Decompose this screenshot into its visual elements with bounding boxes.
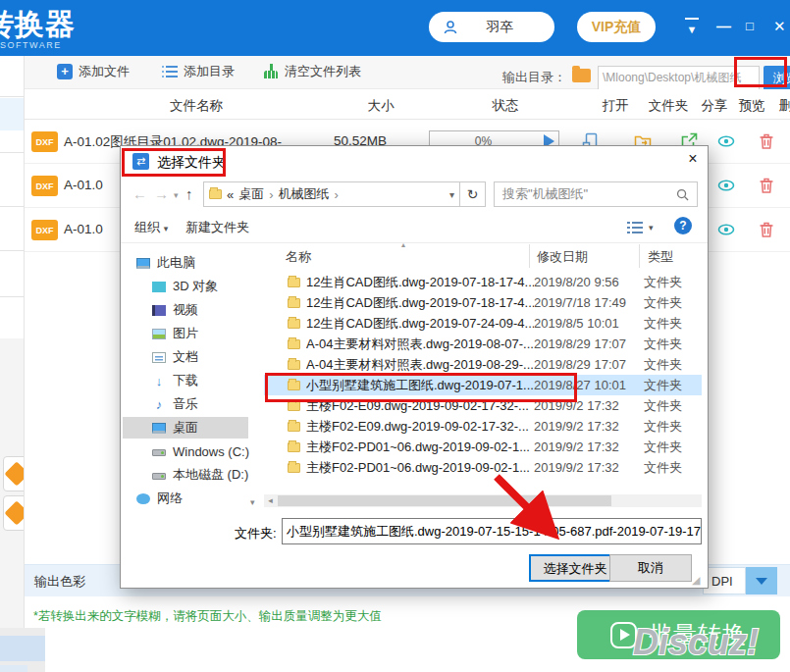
dialog-file-row[interactable]: 12生肖CAD图纸.dwg-2019-07-24-09-4... 2019/8/… <box>264 313 702 334</box>
breadcrumb[interactable]: « 桌面 › 机械图纸 › ▾ <box>203 181 460 207</box>
row-type: 文件夹 <box>644 356 682 374</box>
sidebar-item-pictures[interactable]: 图片 <box>123 323 248 344</box>
breadcrumb-item-folder[interactable]: 机械图纸 <box>279 185 330 203</box>
refresh-icon[interactable]: ↻ <box>460 181 486 207</box>
new-folder-menu[interactable]: 新建文件夹 <box>185 219 249 236</box>
cancel-button[interactable]: 取消 <box>609 554 692 582</box>
video-icon <box>152 305 166 316</box>
list-col-type[interactable]: 类型 <box>648 248 673 266</box>
row-name: 12生肖CAD图纸.dwg-2019-07-24-09-4... <box>306 315 534 333</box>
preview-eye-icon[interactable] <box>717 221 735 238</box>
row-type: 文件夹 <box>644 418 682 436</box>
toolbar: + 添加文件 添加目录 清空文件列表 输出目录： \Mloong\Desktop… <box>25 56 790 89</box>
dialog-file-row[interactable]: 主楼F02-PD01~06.dwg-2019-09-02-1... 2019/9… <box>264 437 702 457</box>
document-icon <box>152 352 166 363</box>
sidebar-item-drive-d[interactable]: 本地磁盘 (D:) <box>123 464 248 486</box>
resize-grip[interactable]: ◢ <box>692 574 700 587</box>
sidebar-item-videos[interactable]: 视频 <box>123 299 248 321</box>
back-icon[interactable]: ← <box>132 185 147 202</box>
search-text: 搜索"机械图纸" <box>502 185 588 203</box>
maximize-icon[interactable]: □ <box>746 18 754 35</box>
add-folder-label: 添加目录 <box>184 63 235 80</box>
app-title: 转换器 <box>0 5 76 45</box>
file-table-header: 文件名称 大小 状态 打开 文件夹 分享 预览 删除 <box>25 89 790 120</box>
col-open: 打开 <box>603 97 629 115</box>
list-col-name[interactable]: 名称 <box>286 248 311 266</box>
app-subtitle: N SOFTWARE <box>0 40 62 50</box>
dpi-select[interactable]: DPI <box>703 567 746 594</box>
network-icon <box>136 493 150 504</box>
up-icon[interactable]: ↑ <box>185 185 193 202</box>
delete-trash-icon[interactable] <box>758 221 775 238</box>
sidebar-item-documents[interactable]: 文档 <box>123 346 248 368</box>
row-name: 主楼F02-PD01~06.dwg-2019-09-02-1... <box>306 439 534 456</box>
vip-recharge-button[interactable]: VIP充值 <box>577 12 656 42</box>
search-icon <box>676 188 689 201</box>
folder-icon <box>288 360 300 370</box>
row-type: 文件夹 <box>644 274 682 291</box>
sidebar-item-drive-c[interactable]: Windows (C:) <box>123 440 248 462</box>
folder-icon <box>288 422 300 432</box>
dialog-file-row[interactable]: A-04主要材料对照表.dwg-2019-08-29-... 2019/8/29… <box>264 354 702 375</box>
add-file-icon: + <box>57 64 73 79</box>
close-icon[interactable]: ✕ <box>773 18 786 35</box>
annotation-arrow <box>479 469 587 567</box>
search-input[interactable]: 搜索"机械图纸" <box>494 181 698 207</box>
organize-menu[interactable]: 组织 ▾ <box>134 219 168 236</box>
minimize-icon[interactable]: — <box>716 18 731 35</box>
sidebar-item-downloads[interactable]: ↓下载 <box>123 370 248 391</box>
chevron-down-icon <box>756 578 767 585</box>
sort-ascending-icon: ▴ <box>401 240 405 249</box>
skin-menu-icon[interactable]: ▼ <box>685 18 699 38</box>
sidebar-item-this-pc[interactable]: 此电脑 <box>123 252 248 274</box>
delete-trash-icon[interactable] <box>758 132 775 150</box>
cube-icon <box>152 282 166 292</box>
dialog-file-row[interactable]: 12生肖CAD图纸.dwg-2019-07-18-17-4... 2019/7/… <box>264 292 702 313</box>
sidebar-item-desktop[interactable]: 桌面 <box>123 417 248 439</box>
sidebar-item-3d-objects[interactable]: 3D 对象 <box>123 276 248 297</box>
breadcrumb-separator: › <box>335 187 339 202</box>
delete-trash-icon[interactable] <box>758 177 775 194</box>
user-account-button[interactable]: 羽卒 <box>429 12 554 42</box>
dialog-file-row[interactable]: A-04主要材料对照表.dwg-2019-08-07-... 2019/8/29… <box>264 334 702 354</box>
breadcrumb-collapsed[interactable]: « <box>227 187 234 202</box>
output-folder-icon <box>572 69 591 82</box>
dialog-file-row[interactable]: 12生肖CAD图纸.dwg-2019-07-18-17-4... 2019/8/… <box>264 272 702 292</box>
scroll-left-icon[interactable]: ◂ <box>264 494 277 507</box>
history-chevron-icon[interactable]: ▾ <box>174 190 179 200</box>
desktop-icon <box>152 423 166 434</box>
preview-eye-icon[interactable] <box>717 132 735 150</box>
folder-icon <box>288 339 300 349</box>
sidebar-item-network[interactable]: 网络 <box>123 488 248 509</box>
drive-icon <box>152 449 166 456</box>
app-window: 转换器 N SOFTWARE 羽卒 VIP充值 ▼ — □ ✕ + 添加文件 添… <box>0 0 790 672</box>
chevron-down-icon[interactable]: ▾ <box>449 189 454 200</box>
corner-watermark-blocks <box>0 628 45 672</box>
username: 羽卒 <box>459 19 554 36</box>
dialog-file-row[interactable]: 主楼F02-E09.dwg-2019-09-02-17-32-... 2019/… <box>264 416 702 437</box>
file-name: A-01.0 <box>64 178 103 192</box>
col-delete: 删除 <box>779 97 790 115</box>
preview-eye-icon[interactable] <box>717 177 735 194</box>
forward-icon[interactable]: → <box>154 185 169 202</box>
add-folder-button[interactable]: 添加目录 <box>162 63 235 80</box>
dialog-close-icon[interactable]: × <box>682 150 704 172</box>
background-file-icon <box>3 495 25 531</box>
help-icon[interactable]: ? <box>674 217 692 234</box>
list-col-date[interactable]: 修改日期 <box>537 248 588 266</box>
dpi-dropdown-button[interactable] <box>746 567 777 594</box>
download-arrow-icon: ↓ <box>152 376 166 387</box>
sidebar-item-music[interactable]: ♪音乐 <box>123 393 248 415</box>
view-options-icon[interactable] <box>627 221 643 234</box>
row-type: 文件夹 <box>644 315 682 333</box>
clear-list-button[interactable]: 清空文件列表 <box>263 63 361 80</box>
row-name: 12生肖CAD图纸.dwg-2019-07-18-17-4... <box>306 274 534 291</box>
row-date: 2019/8/5 10:01 <box>534 316 644 331</box>
annotation-box-browse <box>734 57 787 87</box>
file-name: A-01.0 <box>64 222 103 236</box>
breadcrumb-item-desktop[interactable]: 桌面 <box>238 185 264 203</box>
add-file-button[interactable]: + 添加文件 <box>57 63 130 80</box>
row-date: 2019/9/2 17:32 <box>534 419 644 434</box>
sidebar-scroll-down-icon[interactable]: ▾ <box>250 497 255 507</box>
view-chevron-icon[interactable]: ▾ <box>649 223 654 233</box>
